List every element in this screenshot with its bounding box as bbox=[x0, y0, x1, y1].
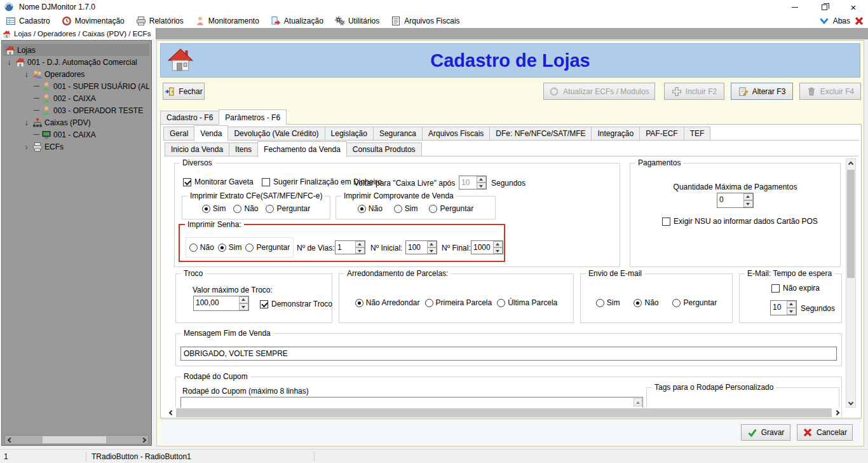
nao-expira-checkbox[interactable]: Não expira bbox=[771, 284, 820, 293]
spin-up-icon[interactable] bbox=[239, 296, 248, 303]
envio-perguntar-radio[interactable]: Perguntar bbox=[672, 298, 717, 307]
tree-node-operador-001[interactable]: 001 - SUPER USUÁRIO (ALTERE bbox=[3, 80, 149, 92]
menu-atualizacao[interactable]: Atualização bbox=[265, 14, 329, 28]
mensagem-fim-venda-input[interactable] bbox=[180, 347, 837, 361]
menu-utilitarios[interactable]: Utilitários bbox=[329, 14, 385, 28]
comprovante-perguntar-radio[interactable]: Perguntar bbox=[429, 204, 473, 213]
monitorar-gaveta-checkbox[interactable]: Monitorar Gaveta bbox=[183, 177, 254, 186]
content-horizontal-scrollbar[interactable] bbox=[166, 408, 841, 418]
textarea-scroll-up-icon[interactable] bbox=[634, 398, 642, 406]
extrato-perguntar-radio[interactable]: Perguntar bbox=[266, 204, 310, 213]
vias-spinner[interactable]: 1 bbox=[335, 240, 365, 254]
tab-legislacao[interactable]: Legislação bbox=[325, 127, 374, 140]
menu-monitoramento[interactable]: Monitoramento bbox=[189, 14, 265, 28]
spin-up-icon[interactable] bbox=[355, 241, 365, 247]
qtd-pagamentos-spinner[interactable]: 0 bbox=[717, 193, 754, 208]
envio-sim-radio[interactable]: Sim bbox=[596, 298, 620, 307]
tab-inicio-da-venda[interactable]: Inicio da Venda bbox=[165, 142, 229, 156]
senha-sim-radio[interactable]: Sim bbox=[218, 243, 242, 252]
fechar-button[interactable]: Fechar bbox=[163, 83, 205, 100]
spin-down-icon[interactable] bbox=[493, 247, 503, 254]
excluir-button[interactable]: Excluir F4 bbox=[799, 83, 861, 100]
minimize-button[interactable] bbox=[780, 0, 810, 14]
menu-movimentacao[interactable]: Movimentação bbox=[56, 14, 130, 28]
envio-nao-radio[interactable]: Não bbox=[634, 298, 658, 307]
senha-nao-radio[interactable]: Não bbox=[189, 243, 214, 252]
breadcrumb[interactable]: Lojas / Operadores / Caixas (PDV) / ECFs bbox=[0, 28, 156, 39]
spin-down-icon[interactable] bbox=[787, 308, 796, 315]
tab-devolucao[interactable]: Devolução (Vale Crédito) bbox=[227, 127, 325, 140]
voltar-caixa-livre-spinner[interactable]: 10 bbox=[459, 176, 487, 190]
tab-itens[interactable]: Itens bbox=[229, 142, 258, 156]
expanded-arrow-icon[interactable] bbox=[22, 118, 31, 127]
scroll-left-icon[interactable] bbox=[5, 436, 15, 444]
tab-cadastro-f6[interactable]: Cadastro - F6 bbox=[160, 111, 219, 124]
menu-relatorios[interactable]: Relatórios bbox=[130, 14, 189, 28]
comprovante-nao-radio[interactable]: Não bbox=[358, 204, 383, 213]
tempo-espera-spinner[interactable]: 10 bbox=[770, 300, 797, 315]
exigir-nsu-checkbox[interactable]: Exigir NSU ao informar dados Cartão POS bbox=[662, 217, 818, 226]
primeira-parcela-radio[interactable]: Primeira Parcela bbox=[425, 298, 492, 307]
spin-down-icon[interactable] bbox=[355, 247, 365, 254]
tab-paf-ecf[interactable]: PAF-ECF bbox=[639, 127, 684, 140]
scroll-down-icon[interactable] bbox=[846, 397, 855, 407]
rodape-cupom-textarea[interactable] bbox=[180, 397, 643, 408]
abas-chevron-down-icon[interactable] bbox=[819, 16, 829, 26]
senha-perguntar-radio[interactable]: Perguntar bbox=[245, 243, 290, 252]
valor-maximo-troco-spinner[interactable]: 100,00 bbox=[193, 296, 249, 311]
abas-close-icon[interactable] bbox=[854, 16, 864, 26]
comprovante-sim-radio[interactable]: Sim bbox=[394, 204, 418, 213]
demonstrar-troco-checkbox[interactable]: Demonstrar Troco bbox=[260, 300, 332, 308]
tab-parametros-f6[interactable]: Parâmetros - F6 bbox=[219, 109, 287, 125]
scroll-right-icon[interactable] bbox=[832, 409, 841, 417]
tree-node-operador-003[interactable]: 003 - OPERADOR TESTE bbox=[3, 104, 149, 116]
tree-node-caixa-001[interactable]: 001 - CAIXA bbox=[3, 128, 149, 141]
spin-down-icon[interactable] bbox=[743, 200, 753, 207]
spin-up-icon[interactable] bbox=[787, 301, 796, 308]
close-button[interactable]: × bbox=[839, 0, 868, 14]
tab-consulta-produtos[interactable]: Consulta Produtos bbox=[346, 142, 422, 156]
spin-down-icon[interactable] bbox=[427, 247, 437, 254]
alterar-button[interactable]: Alterar F3 bbox=[731, 83, 793, 100]
tab-dfe[interactable]: DFe: NFe/NFCe/SAT/MFE bbox=[489, 127, 592, 140]
ultima-parcela-radio[interactable]: Última Parcela bbox=[497, 298, 557, 307]
scrollbar-thumb[interactable] bbox=[847, 170, 855, 278]
scrollbar-thumb[interactable] bbox=[176, 408, 832, 417]
tab-tef[interactable]: TEF bbox=[684, 127, 711, 140]
menu-arquivos-fiscais[interactable]: Arquivos Fiscais bbox=[385, 14, 465, 28]
tree-node-lojas[interactable]: Lojas bbox=[3, 44, 149, 56]
gravar-button[interactable]: Gravar bbox=[741, 424, 790, 441]
inicial-spinner[interactable]: 100 bbox=[405, 240, 437, 254]
tree-node-loja-001[interactable]: 001 - D.J. Automação Comercial bbox=[3, 56, 149, 68]
content-vertical-scrollbar[interactable] bbox=[846, 158, 856, 408]
tab-seguranca[interactable]: Seguranca bbox=[373, 127, 423, 140]
scroll-right-icon[interactable] bbox=[139, 436, 148, 444]
atualizar-ecfs-button[interactable]: Atualizar ECFs / Modulos bbox=[543, 83, 655, 100]
incluir-button[interactable]: Incluir F2 bbox=[664, 83, 724, 100]
tab-venda[interactable]: Venda bbox=[194, 125, 228, 141]
final-spinner[interactable]: 1000 bbox=[471, 240, 503, 254]
cancelar-button[interactable]: Cancelar bbox=[797, 424, 853, 441]
tab-fechamento-da-venda[interactable]: Fechamento da Venda bbox=[257, 141, 347, 156]
extrato-sim-radio[interactable]: Sim bbox=[202, 204, 226, 213]
tab-integracao[interactable]: Integração bbox=[591, 127, 640, 140]
tab-geral[interactable]: Geral bbox=[163, 127, 194, 140]
spin-up-icon[interactable] bbox=[743, 193, 753, 200]
scroll-up-icon[interactable] bbox=[846, 159, 855, 169]
spin-up-icon[interactable] bbox=[493, 241, 503, 247]
scrollbar-track[interactable] bbox=[15, 436, 139, 444]
spin-down-icon[interactable] bbox=[477, 183, 486, 189]
spin-up-icon[interactable] bbox=[477, 176, 486, 183]
restore-button[interactable] bbox=[810, 0, 839, 14]
spin-down-icon[interactable] bbox=[239, 303, 248, 310]
tree-node-ecfs[interactable]: ECFs bbox=[3, 141, 149, 153]
menu-cadastro[interactable]: Cadastro bbox=[0, 14, 56, 28]
expanded-arrow-icon[interactable] bbox=[22, 70, 31, 79]
expanded-arrow-icon[interactable] bbox=[5, 58, 13, 67]
tab-arquivos-fiscais[interactable]: Arquivos Fiscais bbox=[422, 127, 490, 140]
spin-up-icon[interactable] bbox=[427, 241, 437, 247]
tree-node-operadores[interactable]: Operadores bbox=[3, 68, 149, 80]
tree-node-caixas-pdv[interactable]: Caixas (PDV) bbox=[3, 116, 149, 128]
nao-arredondar-radio[interactable]: Não Arredondar bbox=[355, 298, 420, 307]
extrato-nao-radio[interactable]: Não bbox=[233, 204, 258, 213]
